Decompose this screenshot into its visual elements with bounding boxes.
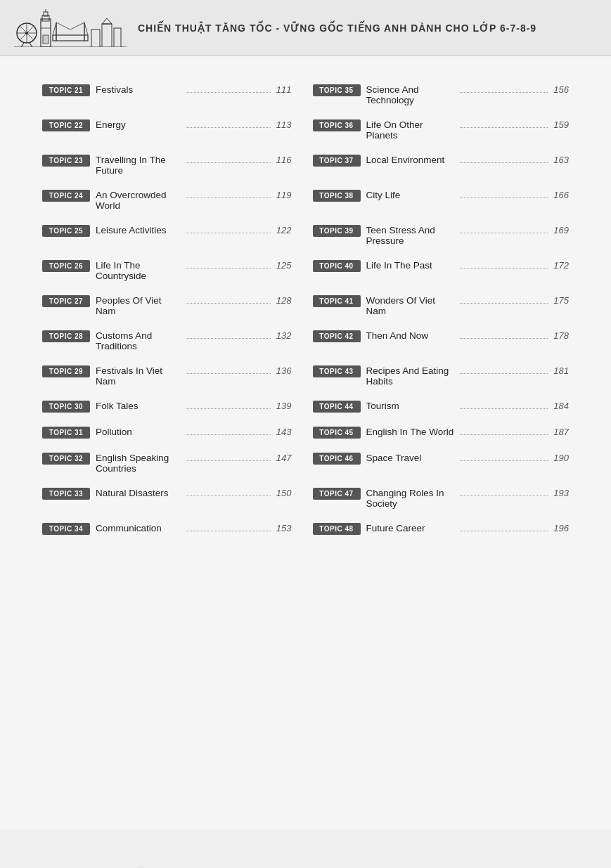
topic-title: Energy <box>96 119 180 130</box>
topic-badge: TOPIC 41 <box>313 295 361 307</box>
topic-title: Folk Tales <box>96 401 180 411</box>
svg-marker-27 <box>102 18 112 24</box>
topic-dots <box>186 268 270 268</box>
topic-title: Peoples Of Viet Nam <box>96 295 180 316</box>
topic-badge: TOPIC 48 <box>313 523 361 535</box>
svg-line-10 <box>21 43 24 47</box>
topic-dots <box>186 162 270 163</box>
topic-page: 143 <box>276 427 292 437</box>
topic-dots <box>460 162 548 163</box>
toc-item: TOPIC 33 Natural Disasters 150 <box>42 481 306 516</box>
topic-badge: TOPIC 30 <box>42 401 90 413</box>
topic-dots <box>186 233 270 233</box>
topic-page: 116 <box>276 155 292 165</box>
toc-item: TOPIC 30 Folk Tales 139 <box>42 394 306 420</box>
topic-dots <box>460 127 548 128</box>
topic-badge: TOPIC 33 <box>42 488 90 500</box>
topic-title: Natural Disasters <box>96 488 180 498</box>
toc-item: TOPIC 44 Tourism 184 <box>306 394 570 420</box>
topic-badge: TOPIC 28 <box>42 330 90 342</box>
toc-item-inner: Festivals 111 <box>96 84 292 95</box>
topic-page: 163 <box>553 155 569 165</box>
topic-title: An Overcrowded World <box>96 190 180 211</box>
topic-badge: TOPIC 32 <box>42 453 90 465</box>
toc-item-inner: Leisure Activities 122 <box>96 225 292 235</box>
svg-line-9 <box>27 33 34 40</box>
toc-item-inner: Then And Now 178 <box>366 330 570 341</box>
topic-page: 166 <box>553 190 569 200</box>
topic-page: 169 <box>553 225 569 235</box>
topic-dots <box>460 495 548 496</box>
topic-title: Life In The Countryside <box>96 260 180 281</box>
toc-item: TOPIC 21 Festivals 111 <box>42 77 306 112</box>
toc-item: TOPIC 39 Teen Stress And Pressure 169 <box>306 218 570 253</box>
topic-badge: TOPIC 35 <box>313 84 361 96</box>
topic-badge: TOPIC 39 <box>313 225 361 237</box>
topic-badge: TOPIC 22 <box>42 119 90 131</box>
topic-title: Wonders Of Viet Nam <box>366 295 454 316</box>
topic-page: 139 <box>276 401 292 411</box>
toc-item-inner: Science And Technology 156 <box>366 84 570 105</box>
toc-item: TOPIC 37 Local Environment 163 <box>306 148 570 183</box>
toc-item: TOPIC 48 Future Career 196 <box>306 516 570 542</box>
toc-item-inner: English In The World 187 <box>366 427 570 437</box>
topic-dots <box>460 92 548 93</box>
topic-page: 119 <box>276 190 292 200</box>
topic-title: Festivals <box>96 84 180 95</box>
svg-rect-18 <box>53 35 88 41</box>
topic-page: 156 <box>553 84 569 95</box>
svg-line-8 <box>20 33 27 40</box>
topic-page: 125 <box>276 260 292 271</box>
topic-title: Science And Technology <box>366 84 454 105</box>
topic-page: 175 <box>553 295 569 306</box>
topic-page: 184 <box>553 401 569 411</box>
topic-page: 187 <box>553 427 569 437</box>
topic-dots <box>186 373 270 374</box>
topic-badge: TOPIC 46 <box>313 453 361 465</box>
topic-badge: TOPIC 21 <box>42 84 90 96</box>
toc-item-inner: Life In The Countryside 125 <box>96 260 292 281</box>
topic-page: 150 <box>276 488 292 498</box>
topic-page: 136 <box>276 365 292 376</box>
svg-rect-28 <box>114 28 121 47</box>
topic-dots <box>460 197 548 198</box>
topic-badge: TOPIC 36 <box>313 119 361 131</box>
toc-item-inner: Space Travel 190 <box>366 453 570 463</box>
toc-item-inner: Energy 113 <box>96 119 292 130</box>
topic-title: Future Career <box>366 523 454 533</box>
topic-badge: TOPIC 37 <box>313 155 361 167</box>
topic-title: Communication <box>96 523 180 533</box>
toc-item-inner: Tourism 184 <box>366 401 570 411</box>
topic-page: 147 <box>276 453 292 463</box>
topic-dots <box>460 303 548 304</box>
topic-page: 196 <box>553 523 569 533</box>
topic-dots <box>186 127 270 128</box>
page-header: CHIẾN THUẬT TĂNG TỐC - VỮNG GỐC TIẾNG AN… <box>0 0 611 56</box>
topic-dots <box>186 303 270 304</box>
topic-title: Pollution <box>96 427 180 437</box>
toc-item-inner: Festivals In Viet Nam 136 <box>96 365 292 387</box>
toc-item-inner: Customs And Traditions 132 <box>96 330 292 351</box>
toc-item-inner: Life In The Past 172 <box>366 260 570 271</box>
topic-dots <box>186 92 270 93</box>
topic-badge: TOPIC 24 <box>42 190 90 202</box>
topic-title: Customs And Traditions <box>96 330 180 351</box>
topic-title: Recipes And Eating Habits <box>366 365 454 387</box>
main-content: TOPIC 21 Festivals 111 TOPIC 35 Science … <box>0 56 611 829</box>
toc-item-inner: Pollution 143 <box>96 427 292 437</box>
toc-item: TOPIC 32 English Speaking Countries 147 <box>42 446 306 481</box>
svg-line-22 <box>70 22 84 30</box>
topic-dots <box>460 531 548 531</box>
toc-item-inner: Communication 153 <box>96 523 292 533</box>
topic-title: City Life <box>366 190 454 200</box>
topic-badge: TOPIC 45 <box>313 427 361 439</box>
topic-badge: TOPIC 42 <box>313 330 361 342</box>
topic-badge: TOPIC 26 <box>42 260 90 272</box>
topic-dots <box>186 197 270 198</box>
topic-title: English Speaking Countries <box>96 453 180 474</box>
toc-item-inner: Travelling In The Future 116 <box>96 155 292 176</box>
topic-dots <box>460 373 548 374</box>
toc-item-inner: Recipes And Eating Habits 181 <box>366 365 570 387</box>
toc-item: TOPIC 27 Peoples Of Viet Nam 128 <box>42 288 306 323</box>
topic-dots <box>186 460 270 461</box>
